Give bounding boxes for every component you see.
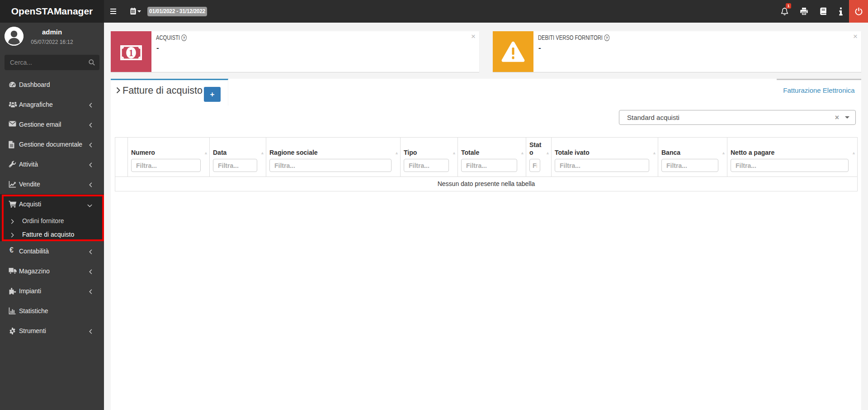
svg-text:?: ? xyxy=(183,35,185,40)
svg-text:?: ? xyxy=(606,35,608,40)
svg-text:1: 1 xyxy=(129,48,133,57)
